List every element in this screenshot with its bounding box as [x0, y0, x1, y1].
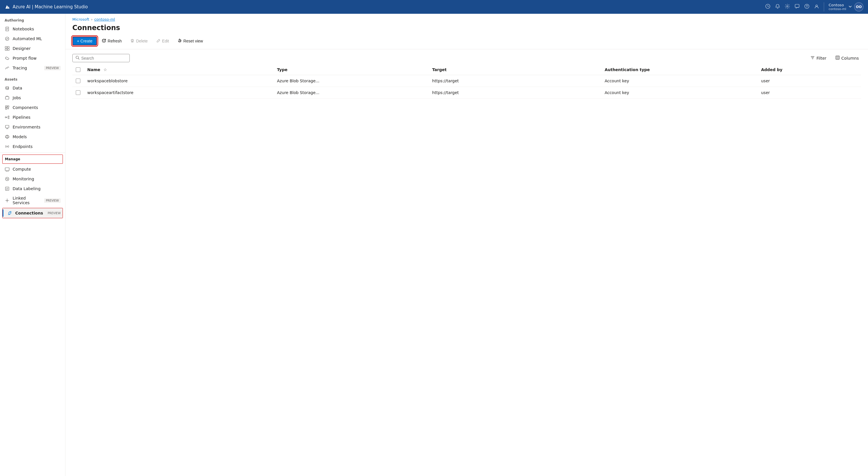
- edit-label: Edit: [162, 39, 169, 43]
- endpoints-icon: [5, 144, 10, 149]
- account-icon[interactable]: [814, 4, 819, 10]
- search-filter-row: Filter Columns: [72, 54, 861, 62]
- svg-rect-19: [5, 97, 9, 99]
- sidebar-item-components[interactable]: Components: [0, 103, 65, 112]
- sidebar-item-tracing[interactable]: Tracing PREVIEW: [0, 63, 65, 73]
- header-name[interactable]: Name ☆: [84, 65, 274, 75]
- svg-rect-20: [5, 106, 7, 107]
- connections-icon: [7, 210, 12, 216]
- bell-icon[interactable]: [775, 4, 780, 10]
- refresh-label: Refresh: [107, 39, 122, 43]
- app-title: Azure AI | Machine Learning Studio: [12, 4, 88, 9]
- svg-point-18: [6, 87, 9, 88]
- edit-button[interactable]: Edit: [153, 37, 173, 45]
- svg-point-4: [786, 6, 788, 7]
- svg-rect-5: [795, 4, 799, 7]
- feedback-icon[interactable]: [795, 4, 800, 10]
- svg-point-7: [807, 7, 807, 8]
- connections-label: Connections: [15, 211, 43, 215]
- cell-target-1: https://target: [429, 87, 601, 99]
- search-icon: [75, 56, 80, 61]
- select-all-checkbox[interactable]: [76, 67, 81, 72]
- search-input[interactable]: [81, 56, 121, 61]
- data-labeling-label: Data Labeling: [12, 186, 61, 191]
- sidebar-item-connections[interactable]: Connections PREVIEW: [3, 208, 63, 218]
- svg-rect-28: [5, 125, 9, 128]
- topbar: Azure AI | Machine Learning Studio Conto…: [0, 0, 868, 14]
- star-header-icon: ☆: [103, 67, 107, 72]
- sidebar-item-environments[interactable]: Environments: [0, 122, 65, 132]
- refresh-button[interactable]: Refresh: [98, 37, 125, 45]
- main-content: Microsoft › contoso-ml Connections + Cre…: [65, 14, 868, 476]
- sidebar-item-data-labeling[interactable]: Data Labeling: [0, 184, 65, 194]
- tracing-label: Tracing: [12, 66, 41, 70]
- sidebar-item-compute[interactable]: Compute: [0, 164, 65, 174]
- content-area: Filter Columns: [65, 49, 868, 476]
- prompt-flow-icon: [5, 56, 10, 61]
- monitoring-label: Monitoring: [12, 177, 61, 181]
- header-addedby[interactable]: Added by: [757, 65, 861, 75]
- sidebar-item-prompt-flow[interactable]: Prompt flow: [0, 53, 65, 63]
- cell-addedby-1: user: [757, 87, 861, 99]
- header-target[interactable]: Target: [429, 65, 601, 75]
- search-box[interactable]: [72, 54, 130, 62]
- breadcrumb: Microsoft › contoso-ml: [65, 14, 868, 22]
- columns-button[interactable]: Columns: [833, 55, 861, 62]
- history-icon[interactable]: [765, 4, 770, 10]
- create-button[interactable]: + Create: [72, 36, 97, 45]
- svg-point-23: [5, 117, 6, 118]
- refresh-icon: [102, 39, 106, 43]
- app-body: Authoring Notebooks Automated ML Designe…: [0, 14, 868, 476]
- environments-icon: [5, 125, 10, 130]
- row-checkbox-0[interactable]: [76, 78, 81, 83]
- svg-rect-21: [7, 106, 9, 107]
- delete-button[interactable]: Delete: [127, 37, 151, 45]
- user-profile[interactable]: Contoso contoso-ml OO: [824, 2, 863, 11]
- sidebar-item-monitoring[interactable]: Monitoring: [0, 174, 65, 184]
- help-icon[interactable]: [804, 4, 809, 10]
- sidebar-item-designer[interactable]: Designer: [0, 43, 65, 53]
- notebooks-label: Notebooks: [12, 27, 61, 31]
- cell-name-0[interactable]: workspaceblobstore: [84, 75, 274, 87]
- sidebar-item-endpoints[interactable]: Endpoints: [0, 142, 65, 151]
- svg-rect-22: [5, 108, 7, 109]
- reset-view-button[interactable]: Reset view: [174, 37, 207, 45]
- sidebar-item-automated-ml[interactable]: Automated ML: [0, 34, 65, 43]
- automated-ml-label: Automated ML: [12, 36, 61, 41]
- row-checkbox-1[interactable]: [76, 90, 81, 95]
- page-title: Connections: [65, 22, 868, 36]
- svg-rect-14: [5, 46, 7, 48]
- breadcrumb-microsoft[interactable]: Microsoft: [72, 17, 89, 22]
- user-name: Contoso: [829, 3, 846, 7]
- header-type[interactable]: Type: [274, 65, 429, 75]
- sidebar-item-jobs[interactable]: Jobs: [0, 93, 65, 103]
- header-auth[interactable]: Authentication type: [601, 65, 757, 75]
- components-label: Components: [12, 105, 61, 110]
- svg-point-8: [816, 5, 817, 7]
- filter-button[interactable]: Filter: [808, 55, 829, 62]
- sidebar-item-models[interactable]: Models: [0, 132, 65, 142]
- designer-label: Designer: [12, 46, 61, 51]
- user-sub: contoso-ml: [829, 7, 846, 11]
- sidebar-item-notebooks[interactable]: Notebooks: [0, 24, 65, 34]
- models-label: Models: [12, 134, 61, 139]
- sidebar-item-pipelines[interactable]: Pipelines: [0, 112, 65, 122]
- delete-icon: [130, 39, 134, 43]
- cell-name-1[interactable]: workspaceartifactstore: [84, 87, 274, 99]
- breadcrumb-contoso-ml[interactable]: contoso-ml: [94, 17, 115, 22]
- sidebar-item-linked-services[interactable]: Linked Services PREVIEW: [0, 194, 65, 207]
- svg-point-25: [8, 117, 9, 119]
- sidebar-item-data[interactable]: Data: [0, 83, 65, 93]
- svg-point-40: [10, 211, 11, 212]
- svg-line-27: [6, 117, 7, 118]
- topbar-left: Azure AI | Machine Learning Studio: [5, 4, 88, 10]
- header-checkbox: [72, 65, 84, 75]
- svg-point-41: [8, 214, 9, 215]
- columns-icon: [836, 56, 840, 61]
- monitoring-icon: [5, 176, 10, 181]
- svg-point-29: [7, 146, 8, 147]
- linked-services-label: Linked Services: [12, 196, 41, 205]
- pipelines-label: Pipelines: [12, 115, 61, 120]
- topbar-right: Contoso contoso-ml OO: [765, 2, 863, 11]
- settings-icon[interactable]: [785, 4, 790, 10]
